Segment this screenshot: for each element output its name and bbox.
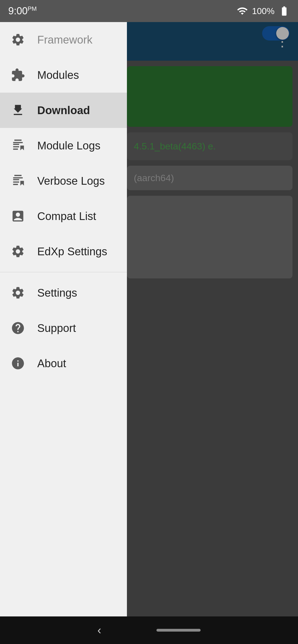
settings-icon — [8, 283, 28, 302]
verbose-logs-icon — [8, 171, 28, 190]
framework-label: Framework — [37, 34, 92, 46]
drawer-overlay[interactable] — [127, 22, 298, 644]
support-label: Support — [37, 322, 76, 334]
drawer-divider — [0, 272, 127, 272]
module-logs-label: Module Logs — [37, 139, 100, 152]
status-bar-right: 100% — [237, 6, 290, 17]
navigation-drawer: Framework Modules Download Module Logs V… — [0, 22, 127, 644]
edxp-settings-label: EdXp Settings — [37, 245, 107, 258]
compat-list-icon — [8, 206, 28, 226]
back-button[interactable]: ‹ — [97, 624, 101, 637]
battery-icon — [279, 6, 290, 17]
framework-icon — [8, 30, 28, 49]
status-time: 9:00PM — [8, 5, 37, 17]
sidebar-item-edxp-settings[interactable]: EdXp Settings — [0, 234, 127, 269]
sidebar-item-modules[interactable]: Modules — [0, 57, 127, 93]
about-icon — [8, 354, 28, 373]
navigation-bar: ‹ — [0, 616, 298, 644]
module-logs-icon — [8, 136, 28, 155]
sidebar-item-compat-list[interactable]: Compat List — [0, 198, 127, 234]
sidebar-item-verbose-logs[interactable]: Verbose Logs — [0, 163, 127, 198]
sidebar-item-module-logs[interactable]: Module Logs — [0, 128, 127, 163]
sidebar-item-download[interactable]: Download — [0, 93, 127, 128]
support-icon — [8, 318, 28, 338]
modules-label: Modules — [37, 69, 79, 81]
download-icon — [8, 101, 28, 120]
status-bar: 9:00PM 100% — [0, 0, 298, 22]
verbose-logs-label: Verbose Logs — [37, 175, 105, 187]
sidebar-item-settings[interactable]: Settings — [0, 275, 127, 310]
home-pill[interactable] — [156, 629, 201, 632]
compat-list-label: Compat List — [37, 210, 96, 222]
modules-icon — [8, 65, 28, 85]
edxp-settings-icon — [8, 242, 28, 261]
sidebar-item-framework[interactable]: Framework — [0, 22, 127, 57]
sidebar-item-about[interactable]: About — [0, 346, 127, 381]
about-label: About — [37, 357, 66, 370]
status-time-suffix: PM — [28, 5, 37, 12]
settings-label: Settings — [37, 287, 77, 299]
status-bar-left: 9:00PM — [8, 5, 37, 17]
download-label: Download — [37, 104, 90, 117]
battery-percent: 100% — [252, 6, 275, 16]
sidebar-item-support[interactable]: Support — [0, 310, 127, 346]
wifi-icon — [237, 6, 248, 17]
